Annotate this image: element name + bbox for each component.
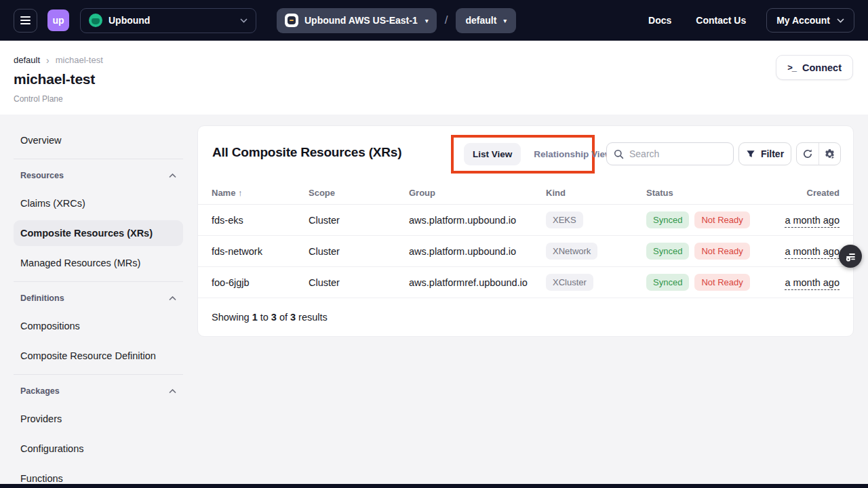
chevron-up-icon [169, 389, 176, 394]
cell-kind: XEKS [546, 211, 646, 228]
status-badge-not-ready: Not Ready [694, 243, 749, 260]
top-navbar: up Upbound Upbound AWS US-East-1 ▾ / def… [0, 0, 868, 41]
refresh-icon [802, 148, 813, 159]
results-to: 3 [271, 312, 277, 323]
path-separator: / [445, 14, 448, 27]
cell-kind: XNetwork [546, 243, 646, 260]
cell-kind: XCluster [546, 274, 646, 291]
sidebar-item-claims[interactable]: Claims (XRCs) [14, 188, 183, 218]
created-tooltip-trigger[interactable]: a month ago [785, 277, 840, 290]
breadcrumb-separator-icon: › [46, 56, 50, 65]
control-plane-select[interactable]: Upbound AWS US-East-1 ▾ [277, 8, 437, 33]
table-header-row: Name ↑ Scope Group Kind Status Created [198, 181, 853, 205]
kind-badge: XNetwork [546, 243, 597, 260]
sidebar-section-definitions[interactable]: Definitions [14, 285, 183, 311]
created-tooltip-trigger[interactable]: a month ago [785, 246, 840, 259]
cell-group: aws.platform.upbound.io [409, 246, 546, 257]
search-input[interactable] [629, 148, 726, 159]
namespace-select[interactable]: default ▾ [456, 8, 516, 33]
caret-down-icon: ▾ [503, 17, 507, 24]
cell-scope: Cluster [309, 215, 409, 226]
hamburger-menu-button[interactable] [14, 9, 37, 33]
my-account-button[interactable]: My Account [766, 8, 854, 33]
survey-list-icon [844, 250, 856, 262]
auto-refresh-settings-button[interactable] [818, 143, 841, 165]
namespace-name: default [465, 15, 496, 26]
sidebar-item-managed-resources[interactable]: Managed Resources (MRs) [14, 248, 183, 278]
page-title: michael-test [14, 71, 854, 87]
control-plane-name: Upbound AWS US-East-1 [304, 15, 418, 26]
filter-label: Filter [761, 148, 784, 159]
page-header: default › michael-test michael-test Cont… [0, 41, 868, 115]
feedback-widget-button[interactable] [839, 245, 862, 268]
organization-name: Upbound [108, 15, 234, 26]
search-box [606, 142, 734, 165]
column-header-status[interactable]: Status [646, 188, 782, 198]
my-account-label: My Account [776, 15, 830, 26]
chevron-down-icon [240, 18, 248, 23]
sidebar-item-configurations[interactable]: Configurations [14, 434, 183, 464]
cell-name: fds-network [212, 246, 309, 257]
column-header-created[interactable]: Created [782, 188, 840, 198]
composite-resources-panel: All Composite Resources (XRs) List View … [197, 125, 854, 337]
column-header-scope[interactable]: Scope [309, 188, 409, 198]
contact-us-link[interactable]: Contact Us [696, 15, 746, 26]
view-toggle-highlight-annotation: List View Relationship View [451, 135, 595, 174]
column-header-kind[interactable]: Kind [546, 188, 646, 198]
cell-created: a month ago [782, 215, 840, 226]
organization-avatar-icon [89, 14, 102, 27]
column-header-name[interactable]: Name ↑ [212, 188, 309, 198]
sidebar-section-resources[interactable]: Resources [14, 163, 183, 188]
table-row[interactable]: foo-6jgjb Cluster aws.platformref.upboun… [198, 267, 853, 298]
chevron-up-icon [169, 174, 176, 178]
sidebar-item-composite-resource-definition[interactable]: Composite Resource Definition [14, 341, 183, 371]
column-header-group[interactable]: Group [409, 188, 546, 198]
filter-funnel-icon [746, 150, 755, 159]
table-row[interactable]: fds-network Cluster aws.platform.upbound… [198, 236, 853, 267]
refresh-button[interactable] [797, 143, 818, 165]
search-icon [614, 149, 624, 159]
cell-name: foo-6jgjb [212, 277, 309, 288]
cell-created: a month ago [782, 277, 840, 288]
sidebar-item-providers[interactable]: Providers [14, 404, 183, 434]
terminal-icon: >_ [787, 62, 796, 73]
cell-scope: Cluster [309, 246, 409, 257]
panel-title: All Composite Resources (XRs) [212, 145, 401, 160]
cell-scope: Cluster [309, 277, 409, 288]
cell-status: Synced Not Ready [646, 274, 782, 291]
chevron-down-icon [837, 18, 844, 23]
results-total: 3 [290, 312, 296, 323]
sidebar-item-composite-resources[interactable]: Composite Resources (XRs) [14, 220, 183, 246]
chevron-up-icon [169, 296, 176, 301]
sidebar-item-compositions[interactable]: Compositions [14, 311, 183, 341]
organization-select[interactable]: Upbound [80, 8, 256, 33]
control-plane-icon [285, 14, 298, 27]
upbound-logo: up [47, 9, 69, 31]
kind-badge: XCluster [546, 274, 593, 291]
tab-relationship-view[interactable]: Relationship View [534, 149, 612, 159]
results-from: 1 [252, 312, 258, 323]
status-badge-not-ready: Not Ready [694, 274, 749, 291]
gear-play-icon [824, 148, 835, 160]
sidebar: Overview Resources Claims (XRCs) Composi… [14, 125, 183, 488]
sort-ascending-icon: ↑ [238, 188, 243, 198]
logo-text: up [52, 15, 64, 26]
tab-list-view[interactable]: List View [464, 143, 521, 165]
connect-label: Connect [802, 62, 842, 73]
filter-button[interactable]: Filter [738, 142, 791, 165]
sidebar-divider [14, 374, 183, 375]
status-badge-not-ready: Not Ready [694, 211, 749, 228]
status-badge-synced: Synced [646, 274, 689, 291]
status-badge-synced: Synced [646, 243, 689, 260]
breadcrumb-root[interactable]: default [14, 55, 40, 65]
table-row[interactable]: fds-eks Cluster aws.platform.upbound.io … [198, 205, 853, 236]
cell-group: aws.platform.upbound.io [409, 215, 546, 226]
docs-link[interactable]: Docs [648, 15, 671, 26]
sidebar-item-overview[interactable]: Overview [14, 125, 183, 155]
breadcrumb: default › michael-test [14, 55, 854, 65]
connect-button[interactable]: >_ Connect [776, 55, 853, 80]
sidebar-divider [14, 281, 183, 282]
created-tooltip-trigger[interactable]: a month ago [785, 215, 840, 228]
table-actions-group [796, 142, 841, 165]
sidebar-section-packages[interactable]: Packages [14, 378, 183, 404]
